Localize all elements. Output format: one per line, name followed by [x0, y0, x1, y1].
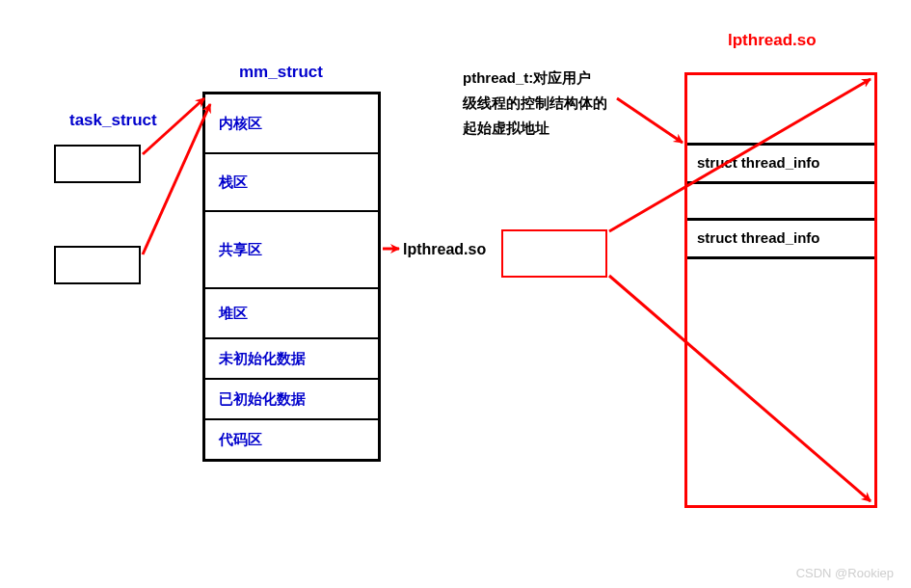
mm-region-heap: 堆区: [205, 287, 378, 337]
mm-region-shared: 共享区: [205, 210, 378, 287]
pthread-t-line3: 起始虚拟地址: [463, 116, 607, 141]
pthread-t-description: pthread_t:对应用户 级线程的控制结构体的 起始虚拟地址: [463, 66, 607, 141]
mm-region-stack: 栈区: [205, 152, 378, 210]
lpthread-so-title: lpthread.so: [728, 31, 817, 50]
pthread-t-line1: pthread_t:对应用户: [463, 66, 607, 91]
watermark: CSDN @Rookiep: [796, 566, 894, 580]
mm-region-code: 代码区: [205, 418, 378, 459]
mm-region-bss: 未初始化数据: [205, 337, 378, 378]
lpthread-so-mid-label: lpthread.so: [403, 241, 486, 258]
mm-region-kernel: 内核区: [205, 94, 378, 152]
task-struct-label: task_struct: [69, 111, 157, 130]
shared-region-outline: [501, 229, 607, 278]
mm-region-data: 已初始化数据: [205, 378, 378, 418]
mm-struct-table: 内核区 栈区 共享区 堆区 未初始化数据 已初始化数据 代码区: [202, 92, 381, 462]
lp-divider-2: [687, 181, 874, 184]
thread-info-2: struct thread_info: [697, 229, 820, 246]
task-struct-box-2: [54, 246, 141, 284]
mm-struct-label: mm_struct: [239, 63, 323, 82]
lp-divider-1: [687, 143, 874, 146]
pthread-t-line2: 级线程的控制结构体的: [463, 91, 607, 116]
lpthread-so-table: struct thread_info struct thread_info: [684, 72, 877, 508]
arrow-pthread-to-info: [617, 98, 683, 143]
lp-divider-4: [687, 256, 874, 259]
lp-divider-3: [687, 218, 874, 221]
task-struct-box-1: [54, 145, 141, 183]
thread-info-1: struct thread_info: [697, 154, 820, 171]
